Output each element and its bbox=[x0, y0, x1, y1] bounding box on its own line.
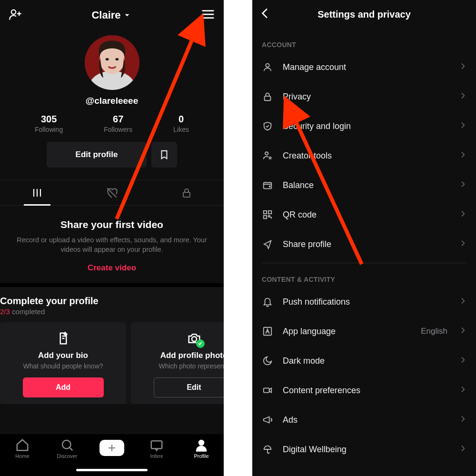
chevron-right-icon bbox=[459, 210, 466, 219]
chevron-right-icon bbox=[459, 415, 466, 425]
stat-followers[interactable]: 67 Followers bbox=[104, 114, 132, 133]
empty-state-body: Record or upload a video with effects, s… bbox=[13, 235, 210, 255]
svg-rect-15 bbox=[264, 183, 272, 189]
row-content-preferences[interactable]: Content preferences bbox=[252, 376, 476, 405]
chevron-right-icon bbox=[459, 327, 466, 336]
svg-point-5 bbox=[115, 58, 119, 60]
row-push-notifications[interactable]: Push notifications bbox=[252, 287, 476, 317]
row-share-profile[interactable]: Share profile bbox=[252, 229, 476, 259]
chevron-right-icon bbox=[459, 239, 466, 249]
row-security[interactable]: Security and login bbox=[252, 111, 476, 141]
svg-rect-13 bbox=[265, 96, 271, 100]
nav-home[interactable]: Home bbox=[3, 438, 41, 459]
nav-discover[interactable]: Discover bbox=[48, 438, 86, 459]
doc-pencil-icon bbox=[5, 330, 121, 347]
svg-rect-18 bbox=[268, 211, 271, 214]
row-privacy[interactable]: Privacy bbox=[252, 82, 476, 111]
row-app-language[interactable]: App language English bbox=[252, 317, 476, 346]
bookmarks-button[interactable] bbox=[151, 142, 177, 168]
nav-create[interactable] bbox=[93, 438, 131, 456]
svg-point-16 bbox=[269, 186, 270, 187]
section-content: CONTENT & ACTIVITY bbox=[252, 263, 476, 287]
chevron-right-icon bbox=[459, 151, 466, 160]
chevron-right-icon bbox=[459, 356, 466, 366]
complete-profile-progress: 2/3 completed bbox=[0, 307, 224, 316]
svg-rect-17 bbox=[264, 211, 267, 214]
edit-photo-button[interactable]: Edit bbox=[154, 377, 224, 397]
page-title: Settings and privacy bbox=[317, 9, 411, 20]
row-qr-code[interactable]: QR code bbox=[252, 200, 476, 229]
language-icon bbox=[262, 326, 273, 337]
settings-screen: Settings and privacy ACCOUNT Manage acco… bbox=[252, 0, 476, 476]
card-title: Add profile photo bbox=[136, 351, 224, 360]
row-dark-mode[interactable]: Dark mode bbox=[252, 346, 476, 376]
svg-point-4 bbox=[105, 58, 109, 60]
section-account: ACCOUNT bbox=[252, 29, 476, 52]
chevron-right-icon bbox=[459, 180, 466, 190]
add-friends-icon[interactable] bbox=[9, 8, 22, 23]
lock-icon bbox=[262, 91, 273, 102]
account-switcher[interactable]: Claire bbox=[91, 9, 131, 21]
check-badge-icon bbox=[196, 339, 205, 348]
chevron-right-icon bbox=[459, 121, 466, 131]
username-handle: @clareleeee bbox=[0, 96, 224, 106]
chevron-right-icon bbox=[459, 445, 466, 454]
home-indicator[interactable] bbox=[76, 469, 148, 471]
camera-icon bbox=[136, 330, 224, 347]
svg-point-10 bbox=[199, 440, 204, 445]
add-bio-button[interactable]: Add bbox=[23, 377, 104, 397]
svg-rect-6 bbox=[183, 192, 190, 197]
back-button[interactable] bbox=[259, 7, 271, 21]
language-value: English bbox=[421, 327, 447, 336]
wallet-icon bbox=[262, 180, 273, 190]
create-video-link[interactable]: Create video bbox=[88, 263, 136, 273]
svg-point-7 bbox=[192, 337, 197, 341]
tab-private[interactable] bbox=[149, 180, 224, 205]
card-add-bio: Add your bio What should people know? Ad… bbox=[0, 322, 126, 404]
card-add-photo: Add profile photo Which photo represents… bbox=[131, 322, 224, 404]
bottom-nav: Home Discover Inbox Profile bbox=[0, 434, 224, 476]
bell-icon bbox=[262, 297, 273, 307]
row-ads[interactable]: Ads bbox=[252, 405, 476, 435]
chevron-right-icon bbox=[459, 386, 466, 395]
qr-icon bbox=[262, 209, 273, 220]
card-sub: What should people know? bbox=[5, 362, 121, 370]
svg-rect-19 bbox=[264, 216, 267, 218]
svg-rect-9 bbox=[151, 441, 162, 448]
chevron-right-icon bbox=[459, 62, 466, 72]
megaphone-icon bbox=[262, 415, 273, 425]
row-digital-wellbeing[interactable]: Digital Wellbeing bbox=[252, 435, 476, 464]
profile-screen: Claire bbox=[0, 0, 224, 476]
person-star-icon bbox=[262, 150, 273, 161]
row-creator-tools[interactable]: Creator tools bbox=[252, 141, 476, 170]
svg-point-0 bbox=[11, 10, 16, 14]
tab-liked[interactable] bbox=[75, 180, 149, 205]
svg-point-12 bbox=[266, 64, 269, 67]
stat-following[interactable]: 305 Following bbox=[35, 114, 63, 133]
chevron-right-icon bbox=[459, 92, 466, 101]
svg-rect-21 bbox=[264, 388, 269, 392]
shield-icon bbox=[262, 121, 273, 131]
row-balance[interactable]: Balance bbox=[252, 170, 476, 200]
nav-profile[interactable]: Profile bbox=[182, 438, 220, 459]
edit-profile-button[interactable]: Edit profile bbox=[47, 142, 147, 168]
row-manage-account[interactable]: Manage account bbox=[252, 52, 476, 82]
empty-state-title: Share your first video bbox=[13, 219, 210, 230]
person-icon bbox=[262, 62, 273, 72]
card-title: Add your bio bbox=[5, 351, 121, 360]
create-button[interactable] bbox=[99, 440, 124, 456]
chevron-right-icon bbox=[459, 297, 466, 307]
moon-icon bbox=[262, 356, 273, 366]
svg-point-14 bbox=[265, 152, 268, 155]
card-sub: Which photo represents bbox=[136, 362, 224, 370]
umbrella-icon bbox=[262, 444, 273, 455]
complete-profile-title: Complete your profile bbox=[0, 296, 224, 307]
svg-point-8 bbox=[62, 440, 71, 449]
tab-feed[interactable] bbox=[0, 180, 75, 205]
nav-inbox[interactable]: Inbox bbox=[138, 438, 176, 459]
account-name: Claire bbox=[91, 9, 120, 21]
video-icon bbox=[262, 385, 273, 396]
stat-likes[interactable]: 0 Likes bbox=[173, 114, 189, 133]
avatar[interactable] bbox=[85, 35, 139, 90]
hamburger-menu-icon[interactable] bbox=[201, 7, 215, 23]
